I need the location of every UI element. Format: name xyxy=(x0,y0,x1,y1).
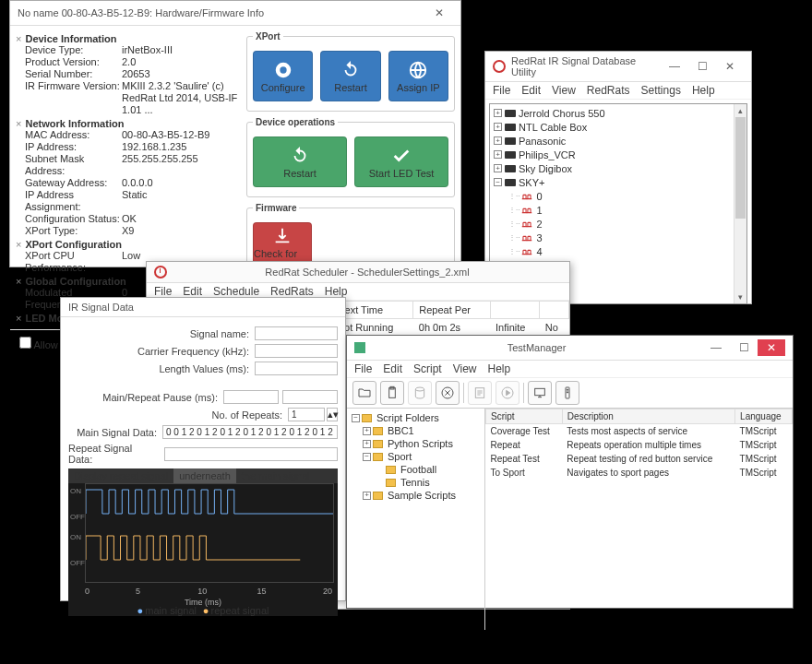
display-mode-button[interactable]: underneath xyxy=(173,468,236,483)
column-header[interactable]: Language xyxy=(735,409,793,424)
menu-edit[interactable]: Edit xyxy=(183,285,202,298)
folder-node[interactable]: +BBC1 xyxy=(350,424,482,437)
menu-file[interactable]: File xyxy=(154,285,172,298)
menu-script[interactable]: Script xyxy=(413,362,442,375)
device-node[interactable]: +NTL Cable Box xyxy=(494,120,743,134)
column-header[interactable]: Description xyxy=(562,409,734,424)
menu-edit[interactable]: Edit xyxy=(521,84,541,97)
restart-device-button[interactable]: Restart xyxy=(253,136,347,187)
script-row[interactable]: RepeatRepeats operation multiple timesTM… xyxy=(486,438,793,452)
menu-settings[interactable]: Settings xyxy=(641,84,681,97)
clipboard-button[interactable] xyxy=(380,381,404,405)
menu-schedule[interactable]: Schedule xyxy=(213,285,259,298)
folder-node[interactable]: Tennis xyxy=(350,476,482,489)
menu-view[interactable]: View xyxy=(453,362,477,375)
close-icon[interactable]: ✕ xyxy=(758,339,785,356)
expander-icon[interactable]: + xyxy=(494,150,502,159)
folder-node[interactable]: Football xyxy=(350,463,482,476)
expander-icon[interactable]: + xyxy=(363,427,371,435)
scroll-thumb[interactable] xyxy=(735,117,746,219)
pause-main-input[interactable] xyxy=(223,390,279,404)
device-node[interactable]: +Jerrold Chorus 550 xyxy=(494,106,743,120)
signal-node[interactable]: ⋮··⩍⩍0 xyxy=(494,189,743,203)
pause-repeat-input[interactable] xyxy=(282,390,338,404)
remote-icon xyxy=(505,179,516,186)
section-xport[interactable]: XPort Configuration xyxy=(16,239,241,250)
svg-rect-7 xyxy=(535,388,545,395)
signal-node[interactable]: ⋮··⩍⩍2 xyxy=(494,217,743,231)
expander-icon[interactable]: + xyxy=(363,492,371,500)
window-title: IR Signal Data xyxy=(68,302,338,313)
script-row[interactable]: Coverage TestTests most aspects of servi… xyxy=(486,424,793,439)
main-data-input[interactable] xyxy=(162,425,338,439)
device-node[interactable]: +Panasonic xyxy=(494,134,743,148)
remote-button[interactable] xyxy=(555,381,579,405)
menu-redrats[interactable]: RedRats xyxy=(587,84,630,97)
configure-button[interactable]: Configure xyxy=(253,51,313,101)
script-list: ScriptDescriptionLanguage Coverage TestT… xyxy=(485,409,793,630)
repeat-data-input[interactable] xyxy=(164,447,338,461)
folder-node[interactable]: +Sample Scripts xyxy=(350,489,482,502)
column-header[interactable]: Repeat Per xyxy=(413,302,490,319)
expander-icon[interactable]: + xyxy=(494,164,502,172)
device-node[interactable]: +Philips_VCR xyxy=(494,148,743,161)
section-network[interactable]: Network Information xyxy=(16,118,241,129)
menu-help[interactable]: Help xyxy=(692,84,715,97)
minimize-icon[interactable]: — xyxy=(702,339,730,356)
menu-view[interactable]: View xyxy=(552,84,576,97)
signal-node[interactable]: ⋮··⩍⩍4 xyxy=(494,244,743,258)
close-icon[interactable]: ✕ xyxy=(716,58,744,75)
expander-icon[interactable]: + xyxy=(494,123,502,131)
expander-icon[interactable]: + xyxy=(494,109,502,117)
folder-node[interactable]: −Script Folders xyxy=(350,411,482,424)
close-icon[interactable]: ✕ xyxy=(425,5,453,21)
column-header[interactable] xyxy=(540,302,569,319)
titlebar: TestManager — ☐ ✕ xyxy=(347,336,793,361)
column-header[interactable] xyxy=(490,302,540,319)
folder-node[interactable]: −Sport xyxy=(350,450,482,463)
database-button[interactable] xyxy=(408,381,432,405)
expander-icon[interactable]: − xyxy=(352,414,360,422)
scroll-up-icon[interactable]: ▴ xyxy=(734,104,746,117)
window-title: No name 00-80-A3-B5-12-B9: Hardware/Firm… xyxy=(18,7,425,18)
script-row[interactable]: Repeat TestRepeat testing of red button … xyxy=(486,452,793,466)
folder-node[interactable]: +Python Scripts xyxy=(350,437,482,450)
lengths-input[interactable] xyxy=(255,362,338,375)
xport-legend: XPort xyxy=(253,31,283,42)
script-button[interactable] xyxy=(468,381,492,405)
menu-redrats[interactable]: RedRats xyxy=(270,285,314,298)
signal-node[interactable]: ⋮··⩍⩍1 xyxy=(494,203,743,217)
expander-icon[interactable]: − xyxy=(363,453,371,461)
menu-file[interactable]: File xyxy=(354,362,372,375)
device-node[interactable]: +Sky Digibox xyxy=(494,161,743,175)
expander-icon[interactable]: + xyxy=(363,440,371,448)
menu-file[interactable]: File xyxy=(493,84,510,97)
cancel-button[interactable] xyxy=(436,381,460,405)
column-header[interactable]: Script xyxy=(486,409,563,424)
carrier-input[interactable] xyxy=(255,344,338,358)
expander-icon[interactable]: − xyxy=(494,178,502,186)
signal-node[interactable]: ⋮··⩍⩍3 xyxy=(494,231,743,244)
start-led-test-button[interactable]: Start LED Test xyxy=(354,136,448,187)
maximize-icon[interactable]: ☐ xyxy=(730,339,758,356)
expander-icon[interactable]: + xyxy=(494,136,502,145)
menu-help[interactable]: Help xyxy=(488,362,511,375)
maximize-icon[interactable]: ☐ xyxy=(688,58,716,75)
open-folder-button[interactable] xyxy=(352,381,376,405)
assign-ip-button[interactable]: Assign IP xyxy=(388,51,448,101)
menu-help[interactable]: Help xyxy=(325,285,348,298)
signal-name-input[interactable] xyxy=(255,326,338,340)
monitor-button[interactable] xyxy=(528,381,552,405)
script-row[interactable]: To SportNavigates to sport pagesTMScript xyxy=(486,466,793,480)
repeats-input[interactable] xyxy=(288,408,325,421)
run-button[interactable] xyxy=(496,381,519,405)
menu-edit[interactable]: Edit xyxy=(383,362,402,375)
restart-xport-button[interactable]: Restart xyxy=(320,51,380,101)
device-node[interactable]: −SKY+ xyxy=(494,175,743,189)
property-row: Product Version:2.0 xyxy=(16,56,241,68)
minimize-icon[interactable]: — xyxy=(661,58,688,75)
repeats-spinner[interactable]: ▴▾ xyxy=(327,408,338,421)
scroll-down-icon[interactable]: ▾ xyxy=(734,290,746,303)
section-device[interactable]: Device Information xyxy=(16,33,241,44)
scrollbar[interactable]: ▴ ▾ xyxy=(734,104,746,303)
